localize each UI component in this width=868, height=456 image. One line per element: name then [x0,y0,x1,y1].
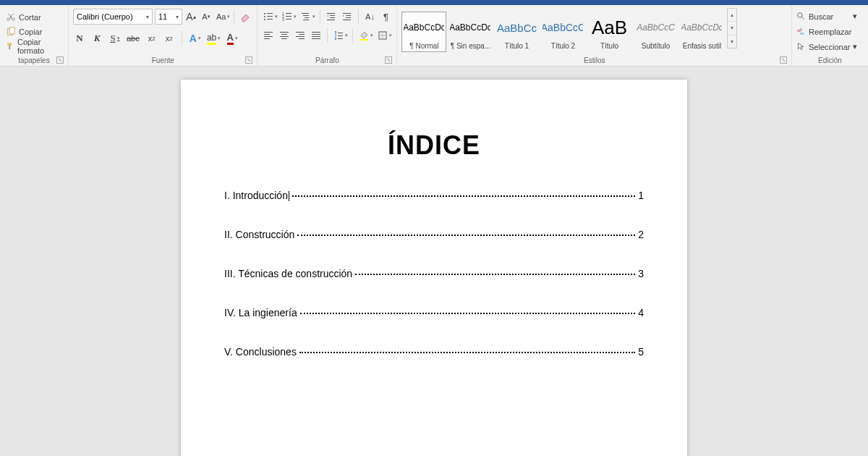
multilevel-icon [301,12,311,22]
svg-rect-32 [280,36,289,37]
styles-launcher[interactable]: ⤡ [780,56,787,64]
style-item[interactable]: AaBbCcDcÉnfasis sutil [679,12,724,52]
chevron-down-icon: ▾ [176,14,179,20]
copy-icon [6,27,16,37]
paintbrush-icon [6,41,14,51]
menubar[interactable] [0,0,868,5]
numbering-button[interactable]: 123▾ [281,9,297,25]
toc-row: V. Conclusiones5 [224,346,644,358]
svg-point-4 [264,16,265,17]
find-button[interactable]: Buscar▾ [796,10,857,23]
styles-gallery[interactable]: AaBbCcDc¶ NormalAaBbCcDc¶ Sin espa...AaB… [401,8,724,55]
page[interactable]: ÍNDICE I. Introducción1II. Construcción2… [181,80,687,456]
clear-formatting-button[interactable] [238,9,252,25]
line-spacing-button[interactable]: ▾ [332,28,348,43]
bold-button[interactable]: N [73,30,86,46]
svg-rect-39 [312,34,320,35]
strikethrough-button[interactable]: abc [125,30,141,46]
align-right-button[interactable] [294,28,307,43]
justify-button[interactable] [310,28,323,43]
svg-rect-27 [264,34,270,35]
indent-icon [342,12,352,22]
subscript-button[interactable]: x2 [145,30,158,46]
bullets-button[interactable]: ▾ [262,9,278,25]
svg-point-6 [264,19,265,20]
outdent-icon [326,12,336,22]
borders-icon [378,30,388,41]
text-effects-button[interactable]: A▾ [188,30,201,46]
grow-font-button[interactable]: A▴ [184,9,197,25]
editing-group-label: Edición [818,56,842,64]
style-item[interactable]: AaBTítulo [587,12,631,52]
replace-button[interactable]: abac Reemplazar [796,25,857,38]
align-center-button[interactable] [278,28,291,43]
shading-button[interactable]: ▾ [357,28,373,43]
toc-row: III. Técnicas de construcción3 [224,268,644,279]
eraser-icon [239,11,251,22]
styles-more-button[interactable]: ▴▾▾ [727,8,737,48]
decrease-indent-button[interactable] [325,9,338,25]
svg-rect-13 [286,19,292,20]
font-color-button[interactable]: A▾ [225,30,238,46]
shrink-font-button[interactable]: A▾ [200,9,213,25]
align-right-icon [295,30,305,41]
clipboard-group-label: tapapeles [18,56,49,64]
cut-label: Cortar [19,13,41,22]
borders-button[interactable]: ▾ [376,28,392,43]
toc-row: IV. La ingienería4 [224,307,644,318]
svg-point-49 [798,13,803,18]
svg-rect-29 [264,38,270,39]
change-case-button[interactable]: Aa▾ [215,9,230,25]
font-launcher[interactable]: ⤡ [245,56,252,64]
svg-point-2 [264,13,265,14]
svg-rect-31 [281,34,287,35]
style-item[interactable]: AaBbCcTítulo 1 [494,12,539,52]
document-canvas[interactable]: ÍNDICE I. Introducción1II. Construcción2… [0,67,868,456]
style-item[interactable]: AaBbCcCTítulo 2 [540,12,585,52]
align-left-button[interactable] [262,28,275,43]
font-size-combo[interactable]: 11▾ [155,9,182,25]
underline-button[interactable]: S▾ [108,30,121,46]
svg-rect-35 [299,34,305,35]
style-item[interactable]: AaBbCcCSubtítulo [633,12,678,52]
group-font: Calibri (Cuerpo)▾ 11▾ A▴ A▾ Aa▾ N K S▾ a… [69,5,258,66]
svg-rect-20 [330,17,335,18]
italic-button[interactable]: K [90,30,103,46]
group-styles: AaBbCcDc¶ NormalAaBbCcDc¶ Sin espa...AaB… [397,5,792,66]
svg-rect-37 [299,38,305,39]
increase-indent-button[interactable] [341,9,354,25]
sort-button[interactable]: A↓ [363,9,376,25]
svg-rect-15 [303,15,309,16]
svg-rect-9 [286,13,292,14]
toc-row: II. Construcción2 [224,229,644,240]
align-left-icon [263,30,273,41]
font-name-combo[interactable]: Calibri (Cuerpo)▾ [73,9,153,25]
style-item[interactable]: AaBbCcDc¶ Normal [401,12,446,52]
svg-rect-21 [327,20,335,20]
select-button[interactable]: Seleccionar▾ [796,41,857,54]
font-group-label: Fuente [152,56,174,64]
paragraph-launcher[interactable]: ⤡ [385,56,392,64]
cut-button[interactable]: Cortar [4,11,64,24]
multilevel-button[interactable]: ▾ [299,9,315,25]
highlight-button[interactable]: ab▾ [205,30,221,46]
cursor-icon [796,42,806,51]
svg-rect-16 [305,17,309,18]
show-marks-button[interactable]: ¶ [379,9,392,25]
format-painter-button[interactable]: Copiar formato [4,40,64,53]
group-paragraph: ▾ 123▾ ▾ A↓ ¶ ▾ ▾ ▾ Párr [258,5,397,66]
clipboard-launcher[interactable]: ⤡ [56,56,64,64]
group-clipboard: Cortar Copiar Copiar formato tapapeles⤡ [0,5,69,66]
style-item[interactable]: AaBbCcDc¶ Sin espa... [448,12,493,52]
scissors-icon [6,12,16,22]
svg-rect-19 [330,15,335,16]
align-center-icon [279,30,289,41]
superscript-button[interactable]: x2 [163,30,176,46]
paragraph-group-label: Párrafo [315,56,339,64]
document-title: ÍNDICE [224,130,644,161]
toc-row: I. Introducción1 [224,190,644,201]
copy-button[interactable]: Copiar [4,25,64,38]
paint-bucket-icon [359,30,369,41]
svg-rect-40 [312,36,320,37]
svg-rect-1 [9,27,14,33]
